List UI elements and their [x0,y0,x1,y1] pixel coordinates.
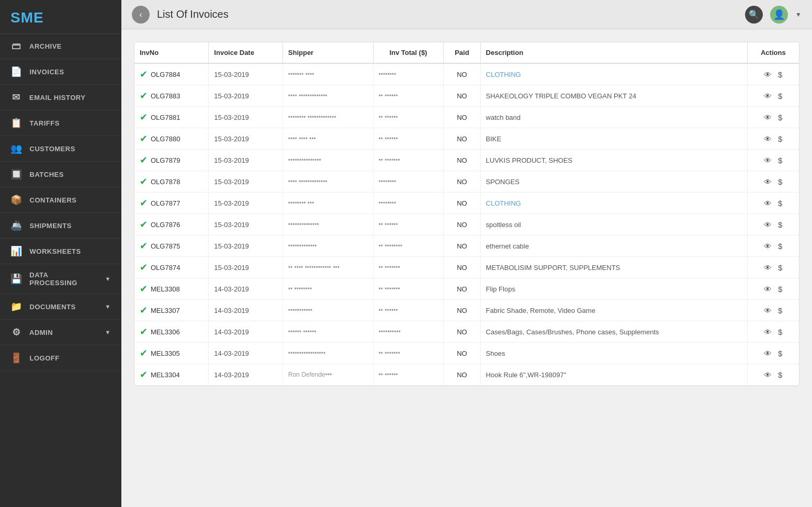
view-button[interactable]: 👁 [762,241,774,252]
sidebar-item-customers[interactable]: 👥 CUSTOMERS [0,136,121,162]
view-button[interactable]: 👁 [762,219,774,230]
shipments-icon: 🚢 [10,220,22,231]
invoice-number: OLG7880 [151,135,180,143]
cell-invno: ✔ OLG7875 [134,235,209,257]
user-menu-chevron[interactable]: ▼ [795,11,802,18]
cell-description: Flip Flops [480,278,747,300]
sidebar-item-batches[interactable]: 🔲 BATCHES [0,162,121,187]
check-icon: ✔ [140,347,148,359]
table-row: ✔ MEL3306 14-03-2019 •••••• •••••• •••••… [134,321,799,343]
sidebar-item-data-processing[interactable]: 💾 DATA PROCESSING ▼ [0,264,121,294]
cell-invno: ✔ OLG7881 [134,107,209,128]
cell-paid: NO [444,364,480,386]
view-button[interactable]: 👁 [762,69,774,80]
sidebar-item-invoices[interactable]: 📄 INVOICES [0,59,121,85]
payment-button[interactable]: $ [776,155,784,166]
cell-date: 14-03-2019 [209,364,283,386]
cell-date: 15-03-2019 [209,128,283,150]
invoice-number: MEL3308 [151,285,180,293]
sidebar-item-worksheets[interactable]: 📊 WORKSHEETS [0,239,121,264]
col-inv-total: Inv Total ($) [373,42,444,63]
payment-button[interactable]: $ [776,305,784,316]
sidebar-label-archive: ARCHIVE [29,42,62,50]
sidebar-item-shipments[interactable]: 🚢 SHIPMENTS [0,213,121,239]
view-button[interactable]: 👁 [762,198,774,209]
sidebar-item-tariffs[interactable]: 📋 TARIFFS [0,110,121,136]
sidebar-item-containers[interactable]: 📦 CONTAINERS [0,187,121,213]
payment-button[interactable]: $ [776,284,784,295]
col-description: Description [480,42,747,63]
search-button[interactable]: 🔍 [745,6,763,24]
content-area: InvNo Invoice Date Shipper Inv Total ($)… [121,29,812,507]
sidebar-item-logoff[interactable]: 🚪 LOGOFF [0,345,121,371]
payment-button[interactable]: $ [776,348,784,359]
cell-description: LUVKIS PRODUCT, SHOES [480,150,747,171]
cell-description: METABOLISIM SUPPORT, SUPPLEMENTS [480,257,747,278]
invoices-table-container: InvNo Invoice Date Shipper Inv Total ($)… [134,42,799,386]
table-row: ✔ MEL3305 14-03-2019 ••••••••••••••••• •… [134,343,799,364]
view-button[interactable]: 👁 [762,133,774,144]
payment-button[interactable]: $ [776,176,784,187]
payment-button[interactable]: $ [776,133,784,144]
cell-invno: ✔ OLG7878 [134,171,209,193]
cell-date: 15-03-2019 [209,107,283,128]
cell-description: spoltless oil [480,214,747,235]
archive-icon: 🗃 [10,41,22,52]
cell-shipper: •••• ••••••••••••• [283,171,373,193]
cell-inv-total: •• •••••• [373,300,444,321]
payment-button[interactable]: $ [776,198,784,209]
check-icon: ✔ [140,69,148,80]
cell-paid: NO [444,214,480,235]
view-button[interactable]: 👁 [762,369,774,380]
sidebar-label-data-processing: DATA PROCESSING [29,271,97,287]
view-button[interactable]: 👁 [762,326,774,337]
table-row: ✔ OLG7878 15-03-2019 •••• ••••••••••••• … [134,171,799,193]
sidebar-label-customers: CUSTOMERS [30,145,75,153]
view-button[interactable]: 👁 [762,305,774,316]
payment-button[interactable]: $ [776,262,784,273]
view-button[interactable]: 👁 [762,112,774,123]
cell-invno: ✔ MEL3305 [134,343,209,364]
cell-inv-total: •• •••••• [373,85,444,107]
cell-paid: NO [444,150,480,171]
cell-inv-total: •• •••••••• [373,235,444,257]
payment-button[interactable]: $ [776,219,784,230]
sidebar-item-admin[interactable]: ⚙ ADMIN ▼ [0,320,121,345]
cell-date: 14-03-2019 [209,300,283,321]
sidebar-item-archive[interactable]: 🗃 ARCHIVE [0,34,121,59]
view-button[interactable]: 👁 [762,262,774,273]
payment-button[interactable]: $ [776,69,784,80]
sidebar-label-admin: ADMIN [29,329,53,336]
cell-description: CLOTHING [480,63,747,85]
view-button[interactable]: 👁 [762,155,774,166]
payment-button[interactable]: $ [776,91,784,102]
sidebar-label-documents: DOCUMENTS [30,303,76,311]
payment-button[interactable]: $ [776,241,784,252]
payment-button[interactable]: $ [776,369,784,380]
view-button[interactable]: 👁 [762,176,774,187]
payment-button[interactable]: $ [776,112,784,123]
sidebar-item-documents[interactable]: 📁 DOCUMENTS ▼ [0,294,121,320]
invoices-table: InvNo Invoice Date Shipper Inv Total ($)… [134,42,799,386]
cell-date: 15-03-2019 [209,171,283,193]
view-button[interactable]: 👁 [762,91,774,102]
view-button[interactable]: 👁 [762,284,774,295]
payment-button[interactable]: $ [776,326,784,337]
cell-inv-total: •••••••••• [373,321,444,343]
check-icon: ✔ [140,369,148,380]
cell-paid: NO [444,193,480,214]
cell-inv-total: •• •••••• [373,364,444,386]
sidebar-item-email-history[interactable]: ✉ EMAIL HISTORY [0,85,121,110]
cell-actions: 👁 $ [747,257,799,278]
invoice-number: OLG7879 [151,156,180,164]
cell-date: 15-03-2019 [209,63,283,85]
table-row: ✔ OLG7884 15-03-2019 ••••••• •••• ••••••… [134,63,799,85]
cell-date: 15-03-2019 [209,193,283,214]
cell-actions: 👁 $ [747,193,799,214]
user-icon: 👤 [773,9,785,20]
back-button[interactable]: ‹ [132,6,150,24]
check-icon: ✔ [140,197,148,209]
cell-shipper: •••••••• ••••••••••••• [283,107,373,128]
user-avatar-button[interactable]: 👤 [770,6,788,24]
view-button[interactable]: 👁 [762,348,774,359]
